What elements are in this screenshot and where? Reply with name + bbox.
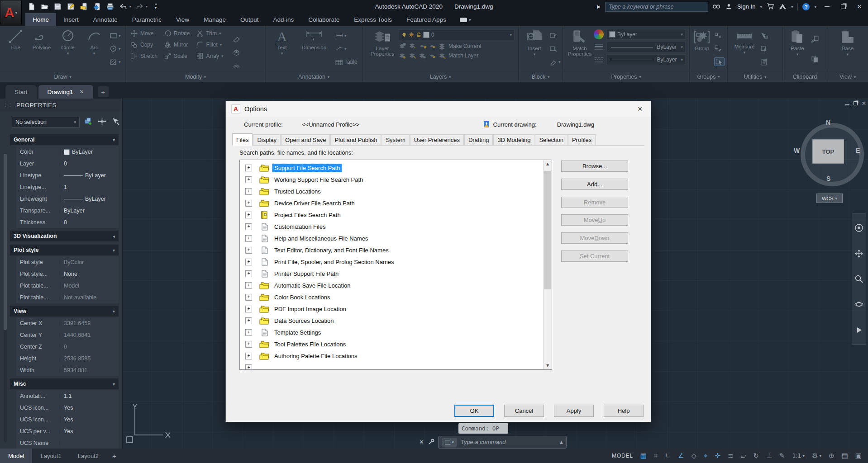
- tree-item-label[interactable]: Customization Files: [272, 222, 328, 231]
- options-tab-files[interactable]: Files: [232, 133, 253, 146]
- rotate-button[interactable]: Rotate: [164, 30, 190, 37]
- undo-caret-icon[interactable]: ▾: [129, 5, 131, 9]
- tree-item[interactable]: +Data Sources Location: [240, 315, 552, 326]
- tree-item-label[interactable]: Working Support File Search Path: [272, 175, 365, 184]
- annotation-scale-button[interactable]: 1:1▾: [792, 453, 805, 459]
- tree-item-label[interactable]: Help and Miscellaneous File Names: [272, 234, 370, 243]
- lineweight-icon[interactable]: ≡: [728, 453, 734, 459]
- viewcube-north[interactable]: N: [826, 119, 830, 126]
- annotation-monitor-icon[interactable]: ⊕: [829, 453, 835, 459]
- viewcube-west[interactable]: W: [794, 147, 800, 154]
- selection-type-dropdown[interactable]: No selection▾: [12, 117, 80, 128]
- property-row[interactable]: Center X3391.6459: [16, 317, 119, 330]
- tree-expand-icon[interactable]: +: [245, 306, 252, 312]
- tree-expand-icon[interactable]: +: [245, 317, 252, 324]
- palette-scroll-thumb[interactable]: [4, 154, 7, 330]
- annotation-visibility-icon[interactable]: ✎: [779, 453, 785, 459]
- zoom-icon[interactable]: [854, 274, 863, 283]
- options-tab-profiles[interactable]: Profiles: [568, 134, 596, 145]
- options-tab-3d-modeling[interactable]: 3D Modeling: [493, 134, 534, 145]
- clipboard-panel-label[interactable]: Clipboard: [783, 71, 827, 82]
- help-caret-icon[interactable]: ▾: [814, 5, 816, 9]
- property-row[interactable]: Annotati...1:1: [16, 390, 119, 402]
- file-tab-drawing1[interactable]: Drawing1✕: [38, 85, 93, 99]
- leader-button[interactable]: ▾: [335, 45, 360, 52]
- mirror-button[interactable]: Mirror: [164, 41, 190, 48]
- tree-item-label[interactable]: Color Book Locations: [272, 293, 333, 302]
- pan-icon[interactable]: [854, 249, 863, 258]
- property-row[interactable]: Plot style...None: [16, 268, 119, 280]
- user-avatar-icon[interactable]: [725, 3, 733, 10]
- property-row[interactable]: Plot table...Model: [16, 280, 119, 292]
- new-drawing-tab-button[interactable]: +: [98, 86, 109, 97]
- insert-button[interactable]: Insert ▾: [521, 26, 548, 71]
- search-icon[interactable]: [713, 3, 720, 10]
- dialog-close-icon[interactable]: ✕: [634, 104, 646, 114]
- tree-expand-icon[interactable]: +: [245, 259, 252, 265]
- properties-panel-label[interactable]: Properties▾: [563, 71, 689, 82]
- group-selection-toggle[interactable]: [714, 57, 725, 66]
- draw-panel-label[interactable]: Draw▾: [0, 71, 125, 82]
- properties-palette-header[interactable]: ⋮⋮ PROPERTIES: [0, 99, 122, 111]
- options-dialog-titlebar[interactable]: A Options: [226, 101, 651, 117]
- polar-tracking-icon[interactable]: ∠: [678, 453, 684, 459]
- ribbon-display-toggle[interactable]: ▾: [460, 13, 471, 26]
- tree-expand-icon[interactable]: +: [245, 341, 252, 348]
- property-row[interactable]: UCS Name: [16, 437, 119, 449]
- group-edit-button[interactable]: [714, 45, 725, 52]
- scroll-up-icon[interactable]: ▲: [544, 160, 552, 168]
- linear-dimension-button[interactable]: ▾: [335, 32, 360, 39]
- select-objects-icon[interactable]: [98, 117, 106, 126]
- help-button[interactable]: Help: [604, 405, 644, 417]
- tree-expand-icon[interactable]: +: [245, 235, 252, 242]
- dimension-button[interactable]: Dimension: [296, 26, 332, 71]
- restore-button[interactable]: [837, 2, 849, 12]
- quick-properties-icon[interactable]: ▤: [842, 453, 848, 459]
- layout-tab-layout1[interactable]: Layout1: [32, 449, 69, 463]
- drawing-minimize-button[interactable]: [845, 100, 849, 107]
- tree-expand-icon[interactable]: +: [245, 353, 252, 359]
- block-panel-label[interactable]: Block▾: [519, 71, 563, 82]
- property-row[interactable]: Thickness0: [16, 217, 119, 229]
- tree-item[interactable]: +Tool Palettes File Locations: [240, 338, 552, 350]
- property-row[interactable]: Linetype...1: [16, 181, 119, 194]
- tree-item-label[interactable]: Project Files Search Path: [272, 211, 343, 219]
- transparency-icon[interactable]: ▱: [741, 453, 746, 459]
- tree-item-label[interactable]: Support File Search Path: [272, 164, 342, 172]
- palette-grip-icon[interactable]: ⋮⋮: [4, 103, 13, 107]
- dynamic-input-icon[interactable]: ✛: [715, 453, 720, 459]
- text-button[interactable]: A Text ▾: [269, 26, 295, 71]
- ribbon-tab-insert[interactable]: Insert: [56, 13, 86, 26]
- tree-item[interactable]: +Template Settings: [240, 326, 552, 338]
- tree-item-label[interactable]: Device Driver File Search Path: [272, 199, 357, 208]
- tree-expand-icon[interactable]: +: [245, 247, 252, 254]
- move-button[interactable]: Move: [130, 30, 157, 37]
- tree-item[interactable]: +Customization Files: [240, 221, 552, 232]
- help-icon[interactable]: ?: [802, 3, 810, 10]
- tree-expand-icon[interactable]: +: [245, 188, 252, 195]
- circle-button[interactable]: Circle ▾: [55, 26, 81, 71]
- clean-screen-icon[interactable]: ▣: [855, 453, 862, 459]
- command-recent-dropdown[interactable]: ▾: [442, 438, 457, 447]
- copy-button[interactable]: Copy: [130, 41, 157, 48]
- sign-in-button[interactable]: Sign In: [737, 3, 755, 10]
- autodesk-caret-icon[interactable]: ▾: [791, 5, 793, 9]
- fillet-button[interactable]: Fillet▾: [196, 41, 223, 48]
- command-input[interactable]: ▾ Type a command ▲: [438, 436, 567, 449]
- plot-icon[interactable]: [105, 2, 115, 11]
- drawing-restore-button[interactable]: [854, 100, 858, 107]
- line-button[interactable]: Line: [3, 26, 28, 71]
- save-web-mobile-icon[interactable]: [92, 2, 102, 11]
- tree-item-label[interactable]: Printer Support File Path: [272, 269, 341, 278]
- linetype-combo[interactable]: ByLayer▾: [606, 54, 686, 65]
- match-layer-button[interactable]: Match Layer: [399, 52, 515, 59]
- folder-open-icon[interactable]: [39, 2, 49, 11]
- tree-item-label[interactable]: Data Sources Location: [272, 317, 336, 325]
- palette-section-misc[interactable]: Misc▾: [10, 378, 119, 389]
- wcs-dropdown[interactable]: WCS▾: [816, 194, 843, 203]
- tree-item-label[interactable]: Template Settings: [272, 328, 323, 337]
- layout-tab-layout2[interactable]: Layout2: [70, 449, 107, 463]
- drawing-close-button[interactable]: ✕: [862, 100, 866, 107]
- ribbon-tab-view[interactable]: View: [169, 13, 196, 26]
- palette-scrollbar[interactable]: [4, 153, 7, 442]
